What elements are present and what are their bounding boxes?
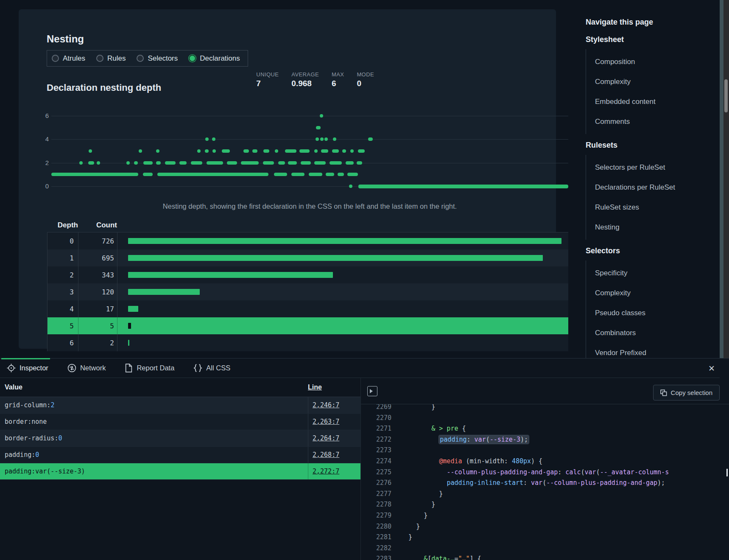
table-row-depth-3[interactable]: 3120	[47, 283, 568, 300]
chart-caption: Nesting depth, showing the first declara…	[51, 202, 568, 210]
scatter-segment-depth-2	[241, 161, 258, 165]
panel-toggle-icon[interactable]	[367, 386, 377, 396]
declaration-value: padding: 0	[0, 447, 308, 463]
stat-average: AVERAGE 0.968	[291, 71, 319, 88]
radio-option-atrules[interactable]: Atrules	[52, 54, 85, 63]
depth-count-table: Depth Count 07261695234331204175562	[47, 218, 568, 351]
scatter-segment-depth-3	[350, 149, 354, 153]
table-row-depth-0[interactable]: 0726	[47, 232, 568, 249]
table-row-depth-5[interactable]: 55	[47, 317, 568, 334]
scatter-segment-depth-2	[357, 161, 362, 165]
text-cursor	[726, 469, 728, 476]
radio-option-declarations[interactable]: Declarations	[189, 54, 240, 63]
count-bar	[128, 255, 543, 261]
sidebar-item-complexity[interactable]: Complexity	[595, 72, 713, 92]
sidebar-item-complexity[interactable]: Complexity	[595, 283, 713, 303]
scatter-segment-depth-2	[346, 161, 354, 165]
tab-all-css[interactable]: All CSS	[193, 358, 230, 378]
sidebar-item-ruleset-sizes[interactable]: RuleSet sizes	[595, 197, 713, 217]
line-link[interactable]: 2,246:7	[308, 401, 360, 409]
cell-depth: 0	[47, 232, 78, 249]
stat-value: 6	[332, 79, 344, 88]
scatter-segment-depth-2	[126, 161, 130, 165]
code-content: }	[401, 533, 412, 541]
scroll-gutter-strip	[720, 0, 723, 358]
tab-report-data[interactable]: Report Data	[125, 358, 174, 378]
sidebar-item-combinators[interactable]: Combinators	[595, 323, 713, 343]
file-icon	[125, 364, 133, 372]
line-number: 2273	[361, 445, 401, 456]
scatter-segment-depth-4	[316, 137, 319, 141]
table-row-depth-6[interactable]: 62	[47, 334, 568, 351]
stat-label: MAX	[332, 71, 344, 78]
line-link[interactable]: 2,268:7	[308, 451, 360, 459]
code-viewer-panel: Copy selection 2269 }22702271 & > pre {2…	[360, 378, 729, 560]
radio-icon	[96, 55, 103, 62]
chart-gridline	[51, 116, 568, 116]
inspector-row[interactable]: border: none2,263:7	[0, 414, 360, 430]
column-header-line[interactable]: Line	[308, 384, 360, 391]
chart-gridline	[51, 139, 568, 140]
cell-bar	[117, 238, 568, 244]
sidebar-item-specificity[interactable]: Specificity	[595, 263, 713, 283]
chart-title: Declaration nesting depth	[47, 82, 161, 93]
radio-option-selectors[interactable]: Selectors	[137, 54, 178, 63]
code-line-2273: 2273	[361, 445, 729, 456]
css-analyzer-page: Nesting AtrulesRulesSelectorsDeclaration…	[0, 0, 729, 560]
radio-label: Atrules	[63, 54, 85, 63]
nesting-depth-scatter-chart: 6420	[51, 111, 568, 193]
panel-tab-bar: InspectorNetworkReport DataAll CSS	[0, 358, 720, 378]
stat-label: UNIQUE	[256, 71, 279, 78]
line-link[interactable]: 2,272:7	[308, 468, 360, 475]
line-number: 2270	[361, 413, 401, 424]
scatter-segment-depth-1	[291, 173, 305, 176]
cell-count: 5	[78, 317, 117, 334]
stat-label: MODE	[357, 71, 374, 78]
cell-depth: 4	[47, 300, 78, 317]
inspector-row[interactable]: border-radius: 02,264:7	[0, 430, 360, 447]
scatter-segment-depth-3	[89, 149, 92, 153]
sidebar-item-declarations-per-ruleset[interactable]: Declarations per RuleSet	[595, 177, 713, 197]
page-title: Nesting	[47, 33, 84, 45]
radio-option-rules[interactable]: Rules	[96, 54, 126, 63]
sidebar-item-embedded-content[interactable]: Embedded content	[595, 92, 713, 112]
inspector-row[interactable]: grid-column: 22,246:7	[0, 397, 360, 414]
tab-network[interactable]: Network	[67, 358, 106, 378]
network-icon	[67, 364, 76, 372]
copy-selection-button[interactable]: Copy selection	[653, 385, 720, 400]
sidebar-sections: StylesheetCompositionComplexityEmbedded …	[586, 35, 713, 365]
braces-icon	[193, 364, 202, 372]
scatter-segment-depth-3	[263, 149, 270, 153]
scrollbar-thumb[interactable]	[724, 79, 728, 112]
sidebar-item-pseudo-classes[interactable]: Pseudo classes	[595, 303, 713, 323]
sidebar-item-comments[interactable]: Comments	[595, 112, 713, 132]
inspector-row[interactable]: padding: var(--size-3)2,272:7	[0, 463, 360, 480]
sidebar-item-nesting[interactable]: Nesting	[595, 217, 713, 237]
cell-depth: 5	[47, 317, 78, 334]
scatter-segment-depth-2	[79, 161, 83, 165]
declaration-value: grid-column: 2	[0, 397, 308, 413]
inspector-row[interactable]: padding: 02,268:7	[0, 447, 360, 463]
scatter-segment-depth-3	[156, 149, 159, 153]
scatter-segment-depth-3	[299, 149, 310, 153]
line-link[interactable]: 2,264:7	[308, 434, 360, 442]
close-icon[interactable]: ✕	[705, 361, 718, 375]
sidebar-item-composition[interactable]: Composition	[595, 52, 713, 72]
declaration-value: padding: var(--size-3)	[0, 463, 308, 479]
code-line-2279: 2279 }	[361, 510, 729, 521]
cell-count: 726	[78, 232, 117, 249]
scatter-segment-depth-2	[314, 161, 326, 165]
stat-value: 0	[357, 79, 374, 88]
sidebar-item-selectors-per-ruleset[interactable]: Selectors per RuleSet	[595, 157, 713, 177]
y-axis-tick-label: 6	[42, 112, 49, 119]
table-row-depth-2[interactable]: 2343	[47, 266, 568, 283]
cell-depth: 1	[47, 249, 78, 266]
code-toolbar: Copy selection	[361, 378, 729, 404]
tab-inspector[interactable]: Inspector	[7, 358, 48, 378]
table-row-depth-1[interactable]: 1695	[47, 249, 568, 266]
table-header-row: Depth Count	[47, 218, 568, 232]
scatter-segment-depth-3	[342, 149, 346, 153]
line-link[interactable]: 2,263:7	[308, 418, 360, 426]
inspector-header-row: Value Line	[0, 378, 360, 397]
table-row-depth-4[interactable]: 417	[47, 300, 568, 317]
